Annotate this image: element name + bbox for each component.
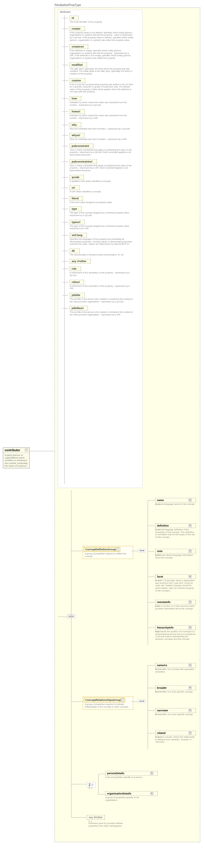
root-name: contributor bbox=[5, 448, 20, 452]
attr-typeuri[interactable]: typeuriThe type of the concept assigned … bbox=[70, 220, 140, 230]
expand-icon[interactable]: + bbox=[188, 524, 192, 527]
expand-icon[interactable]: + bbox=[188, 550, 192, 553]
expand-icon[interactable]: + bbox=[188, 664, 192, 667]
attr-whyuri[interactable]: whyuriWhy the metadata has been included… bbox=[70, 133, 140, 141]
concept-definition-group[interactable]: ConceptDefinitionGroup− A group of prope… bbox=[83, 546, 133, 559]
attr-uri[interactable]: uriA URI which identifies a concept. bbox=[70, 185, 140, 193]
element-related[interactable]: related+A related concept, where the rel… bbox=[155, 731, 196, 743]
attr-jobtitle[interactable]: jobtitleThe job title of the person who … bbox=[70, 293, 140, 303]
svg-rect-0 bbox=[89, 783, 90, 784]
type-container: attributes idThe local identifier of the… bbox=[55, 7, 200, 842]
attr-pubconstrainturi[interactable]: pubconstrainturiOne or many constraints … bbox=[70, 159, 140, 172]
attr-role[interactable]: roleA refinement of the semantics of the… bbox=[70, 267, 140, 277]
expand-icon[interactable]: + bbox=[188, 732, 192, 735]
attr-qcode[interactable]: qcodeA qualified code which identifies a… bbox=[70, 175, 140, 183]
type-label: FlexAuthorPropType bbox=[55, 3, 81, 7]
attr-jobtitleuri[interactable]: jobtitleuriThe job title of the person w… bbox=[70, 306, 140, 316]
attr-creator[interactable]: creatorIf the property value is not defi… bbox=[70, 26, 140, 42]
expand-icon[interactable]: + bbox=[188, 575, 192, 578]
person-details[interactable]: personDetails+ A set of properties speci… bbox=[105, 771, 158, 779]
element-name[interactable]: name+A natural language name for the con… bbox=[155, 498, 196, 506]
concept-relationships-group[interactable]: ConceptRelationshipsGroup− A group of pr… bbox=[83, 696, 133, 710]
attr-xmllang[interactable]: xml:langSpecifies the language of this p… bbox=[70, 233, 140, 246]
svg-rect-1 bbox=[89, 785, 90, 786]
root-element[interactable]: contributor− A party (person or organisa… bbox=[3, 447, 30, 468]
attr-creatoruri[interactable]: creatoruriIf the attribute is empty, spe… bbox=[70, 44, 140, 60]
attr-why[interactable]: whyWhy the metadata has been included - … bbox=[70, 123, 140, 130]
attr-literal[interactable]: literalA free-text value assigned as pro… bbox=[70, 196, 140, 204]
sequence-icon bbox=[138, 700, 146, 703]
element-sameas[interactable]: sameAs+An identifier of a concept with e… bbox=[155, 663, 196, 673]
attr-id[interactable]: idThe local identifier of the property. bbox=[70, 16, 140, 24]
attr-type[interactable]: typeThe type of the concept assigned as … bbox=[70, 207, 140, 217]
expand-icon[interactable]: + bbox=[188, 626, 192, 629]
root-desc: A party (person or organisation) which m… bbox=[3, 453, 29, 468]
element-broader[interactable]: broader+An identifier of a more generic … bbox=[155, 685, 196, 693]
expand-icon[interactable]: + bbox=[150, 772, 153, 775]
element-definition[interactable]: definition+A natural language definition… bbox=[155, 523, 196, 539]
collapse-icon[interactable]: − bbox=[25, 448, 28, 452]
attr-roleuri[interactable]: roleuriA refinement of the semantics of … bbox=[70, 280, 140, 290]
attr-modified[interactable]: modifiedThe date (and, optionally, the t… bbox=[70, 63, 140, 75]
sequence-icon bbox=[138, 549, 146, 552]
attr-how[interactable]: howIndicates by which means the value wa… bbox=[70, 96, 140, 106]
collapse-icon[interactable]: − bbox=[116, 548, 119, 551]
element-facet[interactable]: facet+In NAR 1.8 and later, facet is dep… bbox=[155, 574, 196, 592]
collapse-icon[interactable]: − bbox=[121, 699, 124, 702]
expand-icon[interactable]: + bbox=[188, 686, 192, 689]
element-hierarchyinfo[interactable]: hierarchyInfo+Represents the position of… bbox=[155, 625, 196, 641]
attributes-box: attributes idThe local identifier of the… bbox=[58, 9, 143, 488]
attr-dir[interactable]: dirThe directionality of textual content… bbox=[70, 248, 140, 256]
attr-pubconstraint[interactable]: pubconstraintOne or many constraints tha… bbox=[70, 144, 140, 156]
attr-anyother[interactable]: any ##other bbox=[70, 259, 140, 264]
element-note[interactable]: note+Additional natural language informa… bbox=[155, 549, 196, 559]
attr-howuri[interactable]: howuriIndicates by which means the value… bbox=[70, 109, 140, 119]
element-remoteinfo[interactable]: remoteInfo+A link to an item or a web re… bbox=[155, 600, 196, 610]
element-narrower[interactable]: narrower+An identifier of a more specifi… bbox=[155, 708, 196, 716]
any-other: any ##other bbox=[87, 815, 105, 819]
expand-icon[interactable]: + bbox=[150, 792, 153, 795]
expand-icon[interactable]: + bbox=[188, 709, 192, 712]
expand-icon[interactable]: + bbox=[188, 499, 192, 502]
organisation-details[interactable]: organisationDetails+ A group of properti… bbox=[105, 791, 158, 801]
attr-custom[interactable]: customIf set to true the corresponding p… bbox=[70, 78, 140, 94]
expand-icon[interactable]: + bbox=[188, 601, 192, 603]
